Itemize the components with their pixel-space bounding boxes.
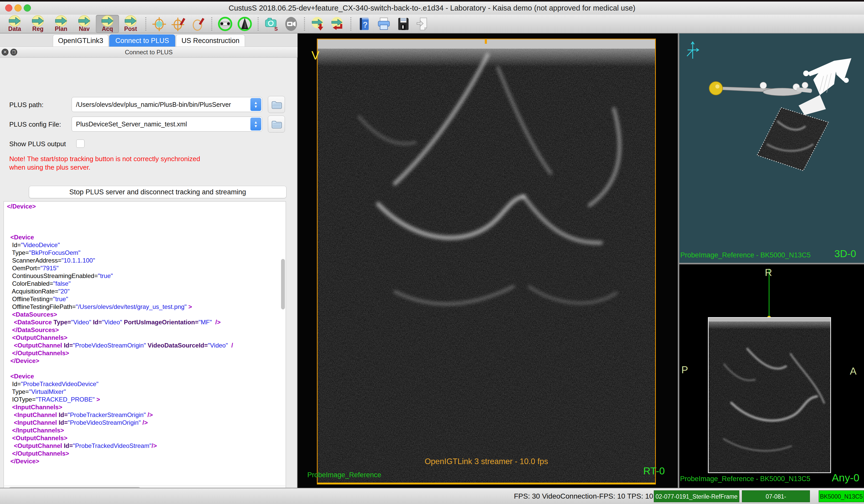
save-icon: [396, 16, 411, 32]
show-plus-output-checkbox[interactable]: [76, 139, 84, 148]
workflow-label: Data: [8, 26, 21, 32]
tab-us-reconstruction[interactable]: US Reconstruction: [176, 35, 245, 47]
xml-vertical-scrollbar[interactable]: [281, 259, 285, 309]
combo-spinner-icon[interactable]: ▲▼: [250, 98, 261, 111]
any-slice-viewport[interactable]: R P A L ProbeImage_Reference - BK5000_N1…: [679, 265, 864, 488]
workflow-acq-button[interactable]: Acq: [96, 15, 119, 33]
us-snapshot-icon: S: [264, 16, 279, 32]
image-reference-label: ProbeImage_Reference - BK5000_N13C5: [680, 475, 811, 483]
view-name-label: RT-0: [643, 465, 665, 477]
status-bar: FPS: 30 VideoConnection-FPS: 10 TPS: 10 …: [0, 488, 864, 504]
help-icon: ?: [357, 16, 372, 32]
workflow-plan-button[interactable]: Plan: [49, 15, 73, 33]
plus-path-combobox[interactable]: /Users/olevs/dev/plus_namic/PlusB-bin/bi…: [72, 97, 262, 112]
plus-path-browse-button[interactable]: [268, 96, 285, 113]
tool-status-badge-refframe: 02-077-0191_Sterile-RefFrame: [654, 490, 739, 502]
dock-tab-strip: OpenIGTLink3 Connect to PLUS US Reconstr…: [0, 34, 298, 47]
realtime-us-viewport[interactable]: V OpenIGTLink 3 streamer - 10.0 fps Prob…: [298, 34, 678, 488]
plus-note-line2: when using the plus server.: [9, 163, 91, 171]
dock-header: ✕ ❐ Connect to PLUS: [0, 47, 298, 58]
workflow-label: Reg: [32, 26, 43, 32]
main-toolbar: Data Reg Plan Nav Acq Post S: [0, 15, 864, 34]
pointer-tip-sphere: [709, 82, 723, 95]
workflow-arrow-icon: [55, 15, 68, 27]
pointer-tool-model: [709, 82, 812, 96]
us-snapshot-button[interactable]: S: [262, 15, 281, 33]
combo-spinner-icon[interactable]: ▲▼: [250, 118, 261, 131]
workflow-arrow-icon: [31, 15, 45, 27]
tracker-status-icon: [218, 16, 232, 32]
tool-status-badge-pointer: 07-081-0229_SW_Pointer: [742, 490, 810, 502]
axis-marker-icon: [687, 42, 699, 59]
us-slice-image: [708, 317, 831, 473]
xml-code: </Device> <Device Id="VideoDevice" Type=…: [7, 202, 275, 465]
us-image: [317, 39, 656, 484]
plus-config-xml-viewer[interactable]: </Device> <Device Id="VideoDevice" Type=…: [4, 201, 286, 495]
plus-path-label: PLUS path:: [9, 101, 44, 109]
us-image-frame: [317, 39, 656, 484]
workflow-arrow-icon: [77, 15, 91, 27]
orientation-label-a: A: [850, 366, 856, 377]
export-data-icon: [330, 16, 345, 32]
workflow-data-button[interactable]: Data: [3, 15, 26, 33]
window-title: CustusS 2018.06.25-dev+feature_CX-340-sw…: [0, 2, 864, 15]
workflow-arrow-icon: [8, 15, 21, 27]
import-data-button[interactable]: [308, 15, 328, 33]
sketch-tool-button[interactable]: [189, 15, 208, 33]
workflow-arrow-icon: [101, 15, 114, 27]
workflow-post-button[interactable]: Post: [119, 15, 142, 33]
title-bar: CustusS 2018.06.25-dev+feature_CX-340-sw…: [0, 0, 864, 15]
stream-status-label: OpenIGTLink 3 streamer - 10.0 fps: [317, 457, 656, 466]
plus-config-browse-button[interactable]: [268, 115, 285, 133]
toolbar-separator: [145, 17, 146, 30]
toolbar-separator: [304, 17, 305, 30]
probe-status-icon: [237, 16, 252, 32]
print-button[interactable]: [374, 15, 394, 33]
record-video-button[interactable]: [281, 15, 301, 33]
help-button[interactable]: ?: [355, 15, 374, 33]
tracker-status-button[interactable]: [215, 15, 235, 33]
export-data-button[interactable]: [328, 15, 347, 33]
save-toolbar-button[interactable]: [394, 15, 413, 33]
sample-point-icon: [171, 16, 186, 32]
folder-open-icon: [271, 118, 282, 130]
workflow-label: Plan: [55, 26, 68, 32]
threed-scene: [679, 34, 864, 263]
plus-config-label: PLUS config File:: [9, 121, 61, 128]
left-dock-panel: OpenIGTLink3 Connect to PLUS US Reconstr…: [0, 34, 298, 488]
import-data-icon: [310, 16, 325, 32]
export-document-icon: [416, 16, 430, 32]
print-icon: [376, 16, 391, 32]
workflow-label: Post: [124, 26, 137, 32]
threed-viewport[interactable]: ProbeImage_Reference - BK5000_N13C5 3D-0: [679, 34, 864, 263]
plus-config-value: PlusDeviceSet_Server_namic_test.xml: [76, 121, 187, 128]
workflow-arrow-icon: [124, 15, 137, 27]
folder-open-icon: [271, 99, 282, 110]
image-reference-label: ProbeImage_Reference - BK5000_N13C5: [680, 251, 811, 259]
center-view-button[interactable]: [149, 15, 169, 33]
probe-orientation-tick: [485, 39, 487, 44]
dock-title: Connect to PLUS: [0, 47, 298, 58]
workflow-label: Acq: [102, 26, 113, 32]
export-document-button[interactable]: [413, 15, 433, 33]
fps-status-text: FPS: 30 VideoConnection-FPS: 10 TPS: 10: [514, 488, 653, 504]
orientation-label-v: V: [311, 48, 320, 62]
sketch-tool-icon: [191, 16, 206, 32]
probe-status-button[interactable]: [235, 15, 254, 33]
orientation-label-r: R: [765, 267, 772, 278]
workflow-label: Nav: [79, 26, 89, 32]
toolbar-separator: [257, 17, 259, 30]
view-name-label: Any-0: [832, 472, 859, 484]
view-name-label: 3D-0: [835, 248, 856, 259]
stop-plus-server-button[interactable]: Stop PLUS server and disconnect tracking…: [29, 186, 286, 198]
workflow-reg-button[interactable]: Reg: [26, 15, 49, 33]
tab-openigtlink3[interactable]: OpenIGTLink3: [53, 35, 108, 47]
plus-config-combobox[interactable]: PlusDeviceSet_Server_namic_test.xml ▲▼: [72, 116, 262, 132]
center-view-icon: [152, 16, 167, 32]
workflow-nav-button[interactable]: Nav: [73, 15, 96, 33]
toolbar-separator: [350, 17, 351, 30]
tab-connect-to-plus[interactable]: Connect to PLUS: [109, 35, 175, 47]
sample-point-button[interactable]: [169, 15, 189, 33]
show-plus-output-label: Show PLUS output: [9, 140, 66, 148]
record-video-icon: [284, 16, 299, 32]
